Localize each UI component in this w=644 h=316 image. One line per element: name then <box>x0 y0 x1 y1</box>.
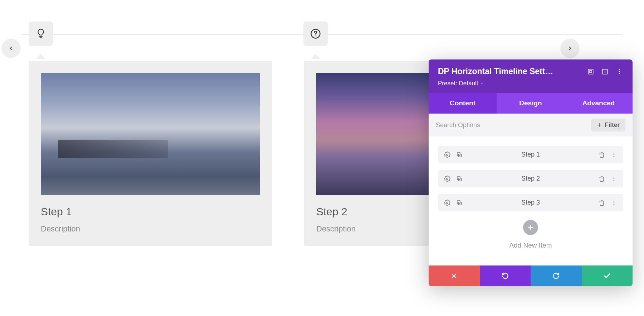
svg-point-27 <box>614 202 615 203</box>
item-settings-button[interactable] <box>444 175 451 182</box>
check-icon <box>603 272 611 280</box>
caret-down-icon <box>480 82 484 85</box>
close-icon <box>451 273 457 279</box>
list-item[interactable]: Step 1 <box>438 146 623 163</box>
lightbulb-icon <box>35 28 46 39</box>
search-input[interactable] <box>436 121 587 129</box>
item-duplicate-button[interactable] <box>456 199 463 206</box>
layout-icon <box>602 68 608 75</box>
more-button[interactable] <box>615 68 623 76</box>
undo-icon <box>502 272 509 279</box>
svg-point-28 <box>614 204 615 205</box>
redo-icon <box>552 272 560 279</box>
redo-button[interactable] <box>531 265 582 286</box>
undo-button[interactable] <box>480 265 531 286</box>
trash-icon <box>599 200 605 206</box>
svg-point-23 <box>447 202 448 204</box>
panel-search-bar: Filter <box>429 114 633 137</box>
panel-header[interactable]: DP Horizontal Timeline Sett… Preset: Def… <box>429 59 633 93</box>
item-label: Step 2 <box>468 175 593 182</box>
chevron-left-icon <box>8 45 14 52</box>
svg-point-21 <box>614 178 615 179</box>
gear-icon <box>444 200 450 206</box>
duplicate-icon <box>456 200 463 206</box>
plus-icon <box>597 123 602 128</box>
expand-button[interactable] <box>587 68 595 76</box>
list-item[interactable]: Step 3 <box>438 194 623 211</box>
chevron-right-icon <box>567 45 573 52</box>
plus-icon <box>527 224 534 231</box>
item-delete-button[interactable] <box>598 199 605 206</box>
item-duplicate-button[interactable] <box>456 175 463 182</box>
card-description: Description <box>41 224 260 234</box>
svg-point-8 <box>619 73 620 74</box>
expand-icon <box>587 68 594 75</box>
gear-icon <box>444 176 450 182</box>
item-label: Step 3 <box>468 199 593 206</box>
panel-body: Step 1 Step 2 Step 3 Add New Item <box>429 137 633 265</box>
tab-design[interactable]: Design <box>497 93 565 114</box>
gear-icon <box>444 152 450 158</box>
svg-point-1 <box>315 35 316 36</box>
cancel-button[interactable] <box>429 265 480 286</box>
panel-title: DP Horizontal Timeline Sett… <box>438 67 580 76</box>
help-icon <box>310 28 321 39</box>
trash-icon <box>599 176 605 182</box>
svg-point-16 <box>614 156 615 157</box>
card-image <box>41 73 260 195</box>
duplicate-icon <box>456 152 463 158</box>
svg-point-7 <box>619 71 620 72</box>
timeline-pointer <box>311 54 320 59</box>
preset-dropdown[interactable]: Preset: Default <box>438 80 484 87</box>
duplicate-icon <box>456 176 463 182</box>
item-settings-button[interactable] <box>444 151 451 158</box>
preset-label: Preset: Default <box>438 80 478 87</box>
item-settings-button[interactable] <box>444 199 451 206</box>
item-label: Step 1 <box>468 151 593 158</box>
tab-content[interactable]: Content <box>429 93 497 114</box>
svg-rect-2 <box>588 69 593 74</box>
layout-button[interactable] <box>601 68 609 76</box>
svg-point-22 <box>614 180 615 181</box>
panel-tabs: Content Design Advanced <box>429 93 633 114</box>
list-item[interactable]: Step 2 <box>438 170 623 187</box>
timeline-pointer <box>36 54 45 59</box>
item-more-button[interactable] <box>610 199 618 206</box>
svg-point-6 <box>619 69 620 70</box>
svg-point-20 <box>614 177 615 178</box>
more-vertical-icon <box>611 200 617 206</box>
item-delete-button[interactable] <box>598 175 605 182</box>
more-vertical-icon <box>611 152 617 158</box>
card-title: Step 1 <box>41 206 260 218</box>
filter-button[interactable]: Filter <box>591 119 625 131</box>
timeline-card-1[interactable]: Step 1 Description <box>29 61 272 246</box>
svg-point-26 <box>614 201 615 202</box>
filter-label: Filter <box>605 121 620 129</box>
add-item-label: Add New Item <box>438 241 623 249</box>
timeline-node-2[interactable] <box>303 21 328 46</box>
item-more-button[interactable] <box>610 175 618 182</box>
more-vertical-icon <box>611 176 617 182</box>
svg-point-17 <box>447 178 448 179</box>
item-more-button[interactable] <box>610 151 618 158</box>
item-delete-button[interactable] <box>598 151 605 158</box>
save-button[interactable] <box>582 265 633 286</box>
panel-footer <box>429 265 633 286</box>
item-duplicate-button[interactable] <box>456 151 463 158</box>
timeline-node-1[interactable] <box>29 21 53 46</box>
tab-advanced[interactable]: Advanced <box>565 93 633 114</box>
add-item-button[interactable] <box>523 220 538 235</box>
trash-icon <box>599 152 605 158</box>
svg-rect-3 <box>590 71 592 73</box>
svg-point-11 <box>447 154 448 155</box>
svg-point-14 <box>614 153 615 154</box>
settings-panel: DP Horizontal Timeline Sett… Preset: Def… <box>429 59 633 286</box>
svg-point-15 <box>614 154 615 155</box>
more-vertical-icon <box>616 68 623 75</box>
